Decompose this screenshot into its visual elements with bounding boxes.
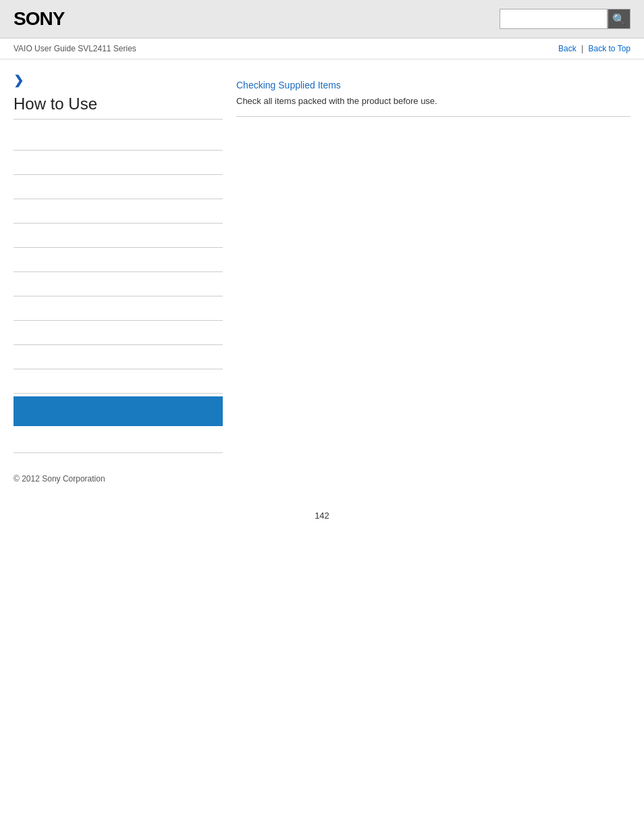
list-item: [14, 199, 223, 224]
back-link[interactable]: Back: [558, 44, 576, 53]
list-item: [14, 151, 223, 175]
search-container: 🔍: [500, 9, 630, 29]
content-description: Check all items packed with the product …: [236, 95, 630, 108]
breadcrumb: VAIO User Guide SVL2411 Series: [14, 44, 136, 53]
list-item: [14, 345, 223, 369]
nav-links: Back | Back to Top: [558, 44, 630, 53]
search-input[interactable]: [500, 9, 608, 29]
list-item: [14, 175, 223, 199]
search-icon: 🔍: [612, 13, 626, 26]
sidebar-blue-button[interactable]: [14, 396, 223, 426]
main-content: ❯ How to Use Checking Supplied Items Che…: [0, 59, 644, 467]
nav-separator: |: [581, 44, 583, 53]
sidebar: ❯ How to Use: [14, 73, 223, 453]
sony-logo: SONY: [14, 8, 64, 30]
copyright-text: © 2012 Sony Corporation: [14, 474, 105, 484]
sidebar-title: How to Use: [14, 95, 223, 120]
search-button[interactable]: 🔍: [608, 9, 630, 29]
back-to-top-link[interactable]: Back to Top: [589, 44, 630, 53]
sub-header: VAIO User Guide SVL2411 Series Back | Ba…: [0, 38, 644, 59]
sidebar-arrow: ❯: [14, 73, 223, 88]
content-divider: [236, 116, 630, 117]
page-number: 142: [0, 497, 644, 534]
page-header: SONY 🔍: [0, 0, 644, 38]
list-item: [14, 272, 223, 296]
list-item: [14, 369, 223, 394]
list-item: [14, 126, 223, 151]
content-area: Checking Supplied Items Check all items …: [236, 73, 630, 453]
checking-supplied-items-link[interactable]: Checking Supplied Items: [236, 80, 630, 90]
list-item: [14, 296, 223, 321]
list-item: [14, 248, 223, 272]
footer: © 2012 Sony Corporation: [0, 467, 644, 497]
list-item: [14, 429, 223, 453]
list-item: [14, 321, 223, 345]
list-item: [14, 224, 223, 248]
